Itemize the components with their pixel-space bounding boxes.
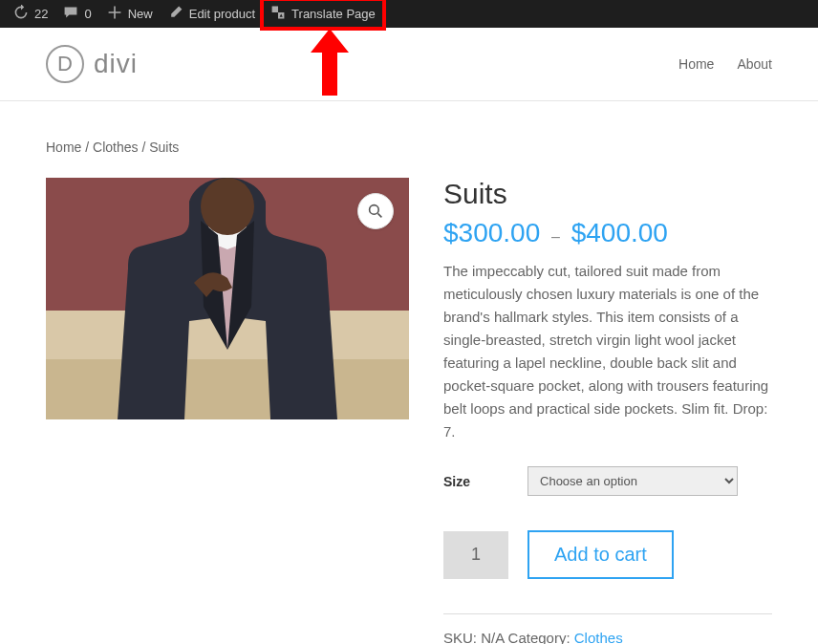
nav-home[interactable]: Home bbox=[678, 56, 714, 72]
site-logo[interactable]: D divi bbox=[46, 45, 138, 83]
category-label: Category: bbox=[508, 630, 570, 644]
product: Suits $300.00 – $400.00 The impeccably c… bbox=[46, 178, 772, 644]
category-link[interactable]: Clothes bbox=[574, 630, 623, 644]
translate-label: Translate Page bbox=[291, 7, 376, 21]
updates-count: 22 bbox=[34, 7, 48, 21]
size-label: Size bbox=[443, 474, 470, 489]
nav-about[interactable]: About bbox=[737, 56, 772, 72]
zoom-button[interactable] bbox=[357, 193, 394, 229]
magnifier-icon bbox=[368, 204, 383, 219]
variation-row: Size Choose an option bbox=[443, 466, 772, 496]
product-image-figure bbox=[74, 178, 382, 419]
meta-divider bbox=[443, 613, 772, 614]
cart-row: Add to cart bbox=[443, 530, 772, 579]
admin-translate-page[interactable]: Translate Page bbox=[263, 0, 383, 28]
plus-icon bbox=[107, 5, 122, 23]
page-content: Home / Clothes / Suits bbox=[0, 101, 818, 644]
site-header: D divi Home About bbox=[0, 28, 818, 101]
admin-comments[interactable]: 0 bbox=[55, 0, 98, 28]
sku-label: SKU: bbox=[443, 630, 477, 644]
product-summary: Suits $300.00 – $400.00 The impeccably c… bbox=[443, 178, 772, 644]
breadcrumb-current: Suits bbox=[149, 140, 179, 155]
breadcrumb-clothes[interactable]: Clothes bbox=[93, 140, 138, 155]
new-label: New bbox=[128, 7, 153, 21]
comments-count: 0 bbox=[84, 7, 91, 21]
product-meta: SKU: N/A Category: Clothes bbox=[443, 630, 772, 644]
logo-mark: D bbox=[46, 45, 84, 83]
edit-label: Edit product bbox=[189, 7, 255, 21]
updates-icon bbox=[13, 5, 29, 23]
breadcrumb-home[interactable]: Home bbox=[46, 140, 81, 155]
quantity-input[interactable] bbox=[443, 531, 508, 579]
product-image[interactable] bbox=[46, 178, 409, 419]
main-nav: Home About bbox=[678, 56, 772, 72]
breadcrumb: Home / Clothes / Suits bbox=[46, 140, 772, 155]
product-description: The impeccably cut, tailored suit made f… bbox=[443, 260, 772, 443]
product-title: Suits bbox=[443, 178, 772, 210]
sku-value: N/A bbox=[481, 630, 504, 644]
product-price: $300.00 – $400.00 bbox=[443, 218, 772, 248]
pencil-icon bbox=[168, 5, 183, 23]
translate-icon bbox=[270, 5, 286, 23]
add-to-cart-button[interactable]: Add to cart bbox=[527, 530, 674, 579]
svg-line-3 bbox=[377, 213, 381, 217]
admin-updates[interactable]: 22 bbox=[6, 0, 55, 28]
size-select[interactable]: Choose an option bbox=[527, 466, 738, 496]
wp-admin-bar: 22 0 New Edit product Translate Page bbox=[0, 0, 818, 28]
comment-icon bbox=[63, 5, 78, 23]
admin-edit-product[interactable]: Edit product bbox=[161, 0, 263, 28]
svg-point-2 bbox=[370, 205, 379, 215]
svg-point-1 bbox=[201, 178, 254, 235]
admin-new[interactable]: New bbox=[99, 0, 161, 28]
product-gallery bbox=[46, 178, 409, 419]
logo-text: divi bbox=[94, 49, 138, 79]
